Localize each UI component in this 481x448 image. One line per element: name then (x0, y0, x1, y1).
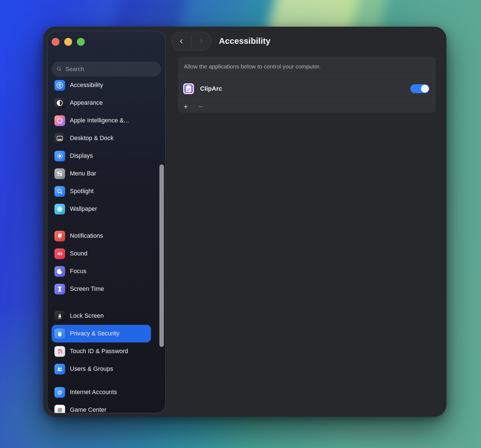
zoom-button[interactable] (77, 38, 85, 46)
sidebar-item-focus[interactable]: Focus (52, 262, 151, 280)
sidebar-item-sound[interactable]: Sound (52, 245, 151, 262)
search-field[interactable] (52, 61, 161, 77)
menu-bar-icon (54, 168, 65, 179)
toggle-knob (421, 85, 429, 93)
minimize-button[interactable] (64, 38, 72, 46)
sidebar-item-label: Users & Groups (70, 365, 113, 372)
sidebar-item-internet-accounts[interactable]: @Internet Accounts (52, 383, 151, 401)
toolbar-divider (193, 102, 193, 111)
appearance-icon (54, 98, 65, 108)
sidebar-item-label: Wallpaper (70, 205, 97, 212)
sidebar-item-label: Notifications (70, 232, 103, 239)
sidebar-item-label: Sound (70, 250, 88, 257)
traffic-lights (52, 38, 85, 46)
page-title: Accessibility (219, 36, 270, 46)
desktop-dock-icon (54, 133, 65, 144)
search-input[interactable] (65, 65, 157, 73)
sidebar-item-label: Menu Bar (70, 170, 96, 177)
sidebar-item-label: Apple Intelligence &... (70, 117, 129, 124)
accessibility-icon (54, 80, 65, 91)
app-row-cliparc[interactable]: ClipArc (178, 77, 436, 100)
sound-icon (54, 248, 65, 259)
close-button[interactable] (52, 38, 59, 46)
sidebar-item-game-center[interactable]: Game Center (52, 401, 151, 413)
sidebar: AccessibilityAppearanceApple Intelligenc… (47, 31, 166, 413)
sidebar-item-notifications[interactable]: Notifications (52, 227, 151, 245)
sidebar-item-label: Focus (70, 268, 86, 275)
back-button[interactable] (171, 32, 191, 50)
focus-icon (54, 266, 65, 277)
app-toggle-cliparc[interactable] (410, 84, 429, 93)
chevron-right-icon (198, 38, 205, 45)
group-description: Allow the applications below to control … (178, 57, 436, 76)
sidebar-list: AccessibilityAppearanceApple Intelligenc… (52, 76, 151, 413)
chevron-left-icon (178, 38, 185, 45)
spotlight-icon (54, 186, 65, 197)
sidebar-item-label: Screen Time (70, 285, 104, 292)
sidebar-item-label: Privacy & Security (70, 330, 119, 337)
lock-screen-icon (54, 311, 65, 321)
sidebar-scrollbar[interactable] (159, 164, 164, 347)
system-settings-window: AccessibilityAppearanceApple Intelligenc… (43, 27, 446, 417)
sidebar-group-gap (52, 378, 151, 383)
internet-accounts-icon: @ (54, 387, 65, 398)
sidebar-group-gap (52, 218, 151, 227)
sidebar-item-label: Game Center (70, 406, 106, 413)
sidebar-item-privacy-security[interactable]: Privacy & Security (52, 325, 151, 342)
sidebar-item-apple-intelligence[interactable]: Apple Intelligence &... (52, 112, 151, 129)
sidebar-item-accessibility[interactable]: Accessibility (52, 76, 151, 94)
sidebar-item-label: Touch ID & Password (70, 348, 128, 355)
sidebar-item-lock-screen[interactable]: Lock Screen (52, 307, 151, 325)
sidebar-item-displays[interactable]: Displays (52, 147, 151, 165)
sidebar-item-screen-time[interactable]: Screen Time (52, 280, 151, 298)
add-app-button[interactable]: + (182, 103, 190, 111)
notifications-icon (54, 231, 65, 241)
remove-app-button[interactable]: − (197, 103, 205, 111)
app-name: ClipArc (200, 85, 222, 92)
game-center-icon (54, 405, 65, 413)
sidebar-item-menu-bar[interactable]: Menu Bar (52, 165, 151, 182)
cliparc-app-icon (183, 83, 194, 94)
search-icon (56, 66, 62, 72)
accessibility-apps-group: Allow the applications below to control … (178, 57, 436, 113)
forward-button[interactable] (191, 32, 211, 50)
screen-time-icon (54, 284, 65, 294)
sidebar-item-desktop-dock[interactable]: Desktop & Dock (52, 129, 151, 147)
sidebar-item-spotlight[interactable]: Spotlight (52, 182, 151, 200)
sidebar-item-label: Accessibility (70, 82, 103, 89)
apps-list: ClipArc (178, 77, 436, 100)
sidebar-item-label: Internet Accounts (70, 389, 117, 396)
privacy-icon (54, 328, 65, 339)
nav-back-forward (171, 32, 211, 51)
displays-icon (54, 151, 65, 161)
sidebar-item-label: Desktop & Dock (70, 135, 114, 142)
sidebar-item-wallpaper[interactable]: Wallpaper (52, 200, 151, 218)
sidebar-item-label: Spotlight (70, 188, 94, 195)
touch-id-icon (54, 346, 65, 357)
sidebar-item-users-groups[interactable]: Users & Groups (52, 360, 151, 378)
sidebar-item-label: Displays (70, 152, 93, 159)
wallpaper-icon (54, 204, 65, 214)
list-toolbar: + − (178, 101, 436, 113)
sidebar-group-gap (52, 298, 151, 307)
sidebar-item-appearance[interactable]: Appearance (52, 94, 151, 112)
sidebar-item-label: Appearance (70, 99, 103, 106)
svg-text:@: @ (57, 389, 62, 395)
sidebar-item-label: Lock Screen (70, 312, 104, 319)
apple-intelligence-icon (54, 115, 65, 126)
users-groups-icon (54, 364, 65, 374)
sidebar-item-touch-id-password[interactable]: Touch ID & Password (52, 342, 151, 360)
